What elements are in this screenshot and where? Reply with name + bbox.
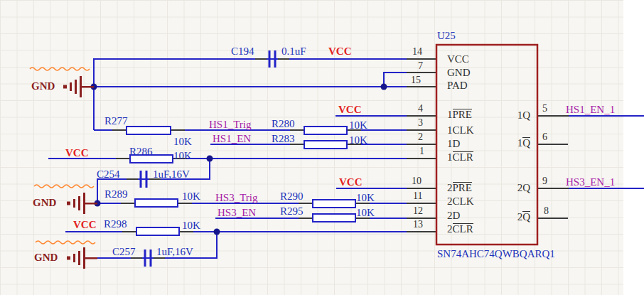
pin-number-8: 8 [544, 206, 549, 216]
pin-number-15: 15 [411, 75, 421, 85]
resistor-R283-body[interactable] [304, 141, 347, 149]
capacitor-C254-value-label[interactable]: 1uF,16V [153, 169, 190, 180]
pin-number-10: 10 [412, 176, 422, 186]
resistor-R298-value-label[interactable]: 10K [182, 220, 200, 231]
chip-pin-name-2clk: 2CLK [447, 196, 474, 207]
chip-pin-name-1clr: 1CLR [447, 152, 473, 163]
pin-number-3: 3 [418, 118, 423, 128]
chip-pin-name-2d: 2D [447, 210, 460, 221]
capacitor-C257-ref-label[interactable]: C257 [112, 247, 136, 257]
resistor-R298-ref-label[interactable]: R298 [104, 219, 127, 230]
chip-pin-name-2clr: 2CLR [447, 224, 473, 235]
resistor-R286-ref-label[interactable]: R286 [129, 146, 153, 157]
pin-number-5: 5 [542, 104, 547, 114]
drc-squiggle-2 [34, 185, 94, 188]
chip-part-number-label[interactable]: SN74AHC74QWBQARQ1 [437, 249, 555, 259]
power-label-vcc-r286[interactable]: VCC [65, 148, 89, 159]
resistor-R277-ref-label[interactable]: R277 [104, 116, 128, 127]
drc-squiggle-1 [30, 68, 90, 70]
pin-number-1: 1 [419, 146, 424, 156]
resistor-R283-ref-label[interactable]: R283 [272, 134, 295, 144]
chip-pin-name-2q-bar: 2Q [503, 212, 530, 222]
capacitor-C194-value-label[interactable]: 0.1uF [281, 46, 306, 57]
capacitor-C194-ref-label[interactable]: C194 [231, 46, 254, 57]
gnd-symbol-3[interactable] [67, 247, 97, 269]
resistor-R289-value-label[interactable]: 10K [182, 191, 200, 202]
chip-pin-name-1q: 1Q [503, 110, 530, 121]
power-label-vcc-2pre[interactable]: VCC [339, 177, 363, 188]
resistor-R280-ref-label[interactable]: R280 [272, 119, 295, 129]
resistor-R286-value-label[interactable]: 10K [173, 151, 192, 161]
chip-pin-name-vcc: VCC [447, 54, 469, 65]
power-label-gnd-3[interactable]: GND [34, 252, 58, 263]
net-label-hs3-trig[interactable]: HS3_Trig [215, 193, 257, 203]
net-label-hs1-en-1[interactable]: HS1_EN_1 [566, 104, 615, 115]
pin-number-4: 4 [418, 104, 423, 114]
power-label-vcc-r298[interactable]: VCC [73, 220, 97, 230]
gnd-symbol-2[interactable] [67, 193, 97, 214]
chip-pin-name-1pre: 1PRE [447, 109, 472, 120]
resistor-R290-value-label[interactable]: 10K [356, 193, 375, 203]
pin-number-11: 11 [413, 191, 422, 201]
resistor-R283-value-label[interactable]: 10K [349, 135, 367, 146]
resistor-R277-body[interactable] [127, 127, 171, 134]
chip-pin-name-pad: PAD [447, 80, 468, 91]
schematic-canvas-window: C194 0.1uF VCC GND GND GND VCC VCC VCC V… [0, 0, 644, 295]
capacitor-C257-value-label[interactable]: 1uF,16V [156, 247, 193, 257]
chip-pin-name-1clk: 1CLK [447, 125, 474, 136]
power-label-gnd-2[interactable]: GND [33, 198, 56, 208]
junction-2clr-c257 [214, 229, 220, 235]
power-label-vcc-top[interactable]: VCC [328, 46, 352, 57]
pin-number-9: 9 [542, 176, 547, 186]
capacitor-C254-ref-label[interactable]: C254 [97, 169, 120, 180]
resistor-R289-ref-label[interactable]: R289 [104, 189, 128, 200]
net-label-hs3-en[interactable]: HS3_EN [218, 208, 256, 218]
resistor-R289-body[interactable] [135, 199, 178, 207]
wire-gnd-pin7-riser[interactable] [384, 73, 407, 87]
pin-number-14: 14 [412, 47, 422, 57]
chip-designator-label[interactable]: U25 [437, 31, 456, 41]
resistor-R295-value-label[interactable]: 10K [356, 208, 375, 218]
drc-squiggle-3 [36, 241, 95, 244]
resistor-R295-body[interactable] [313, 214, 355, 222]
net-label-hs1-trig[interactable]: HS1_Trig [209, 119, 251, 130]
resistor-R290-ref-label[interactable]: R290 [280, 191, 304, 202]
pin-number-2: 2 [418, 132, 423, 142]
net-label-hs1-en[interactable]: HS1_EN [213, 134, 251, 144]
chip-pin-name-1q-bar: 1Q [503, 138, 530, 149]
junction-1clr-c254 [207, 156, 213, 162]
chip-pin-name-2q: 2Q [503, 183, 530, 193]
chip-pin-name-1d: 1D [447, 139, 460, 149]
resistor-R298-body[interactable] [136, 227, 179, 235]
chip-pin-name-gnd: GND [447, 68, 471, 78]
gnd-symbol-1[interactable] [63, 76, 94, 97]
power-label-gnd-1[interactable]: GND [31, 81, 55, 92]
pin-number-12: 12 [413, 206, 423, 216]
chip-pin-name-2pre: 2PRE [447, 183, 472, 193]
power-label-vcc-1pre[interactable]: VCC [338, 104, 362, 115]
resistor-R280-body[interactable] [304, 127, 347, 134]
junction-pad-pin7 [381, 84, 387, 90]
resistor-R280-value-label[interactable]: 10K [349, 120, 367, 131]
pin-number-7: 7 [418, 61, 423, 71]
pin-number-13: 13 [413, 220, 423, 230]
resistor-R290-body[interactable] [313, 200, 355, 208]
net-label-hs3-en-1[interactable]: HS3_EN_1 [566, 177, 615, 188]
resistor-R295-ref-label[interactable]: R295 [280, 206, 304, 217]
pin-number-6: 6 [542, 132, 547, 142]
resistor-R277-value-label[interactable]: 10K [173, 136, 192, 147]
